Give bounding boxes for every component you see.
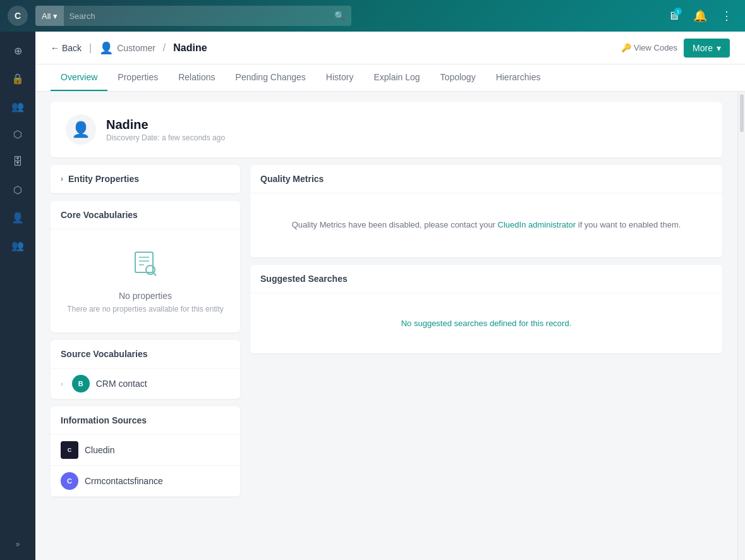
view-codes-button[interactable]: 🔑 View Codes — [621, 43, 677, 52]
app-body: ⊕ 🔒 👥 ⬡ 🗄 ⬡ 👤 👥 » ← Back | — [0, 32, 745, 560]
source-vocabularies-panel: Source Vocabularies › B CRM contact — [51, 340, 240, 399]
no-properties-desc: There are no properties available for th… — [67, 305, 223, 313]
core-vocabularies-header: Core Vocabularies — [51, 201, 240, 229]
entity-properties-chevron[interactable]: › — [61, 174, 63, 183]
sidebar-item-diagram[interactable]: ⬡ — [5, 121, 30, 147]
person-icon: 👤 — [99, 41, 113, 55]
sidebar-item-team[interactable]: 👥 — [5, 233, 30, 258]
sidebar-item-home[interactable]: ⊕ — [5, 38, 30, 63]
key-icon: 🔑 — [621, 43, 631, 52]
page-body: 👤 Nadine Discovery Date: a few seconds a… — [35, 92, 737, 560]
page-title: Nadine — [173, 42, 207, 54]
search-filter-label: All — [42, 11, 51, 21]
search-filter-chevron: ▾ — [53, 11, 58, 21]
top-navbar: C All ▾ 🔍 🖥 1 🔔 ⋮ — [0, 0, 745, 32]
info-source-cluedin-label: Cluedin — [85, 445, 114, 455]
home-icon: ⊕ — [14, 45, 22, 57]
navbar-right: 🖥 1 🔔 ⋮ — [663, 5, 737, 27]
quality-metrics-message: Quality Metrics have been disabled, plea… — [250, 193, 722, 257]
monitor-button[interactable]: 🖥 1 — [663, 5, 684, 27]
scrollbar-track[interactable] — [737, 92, 745, 560]
tab-pending-changes[interactable]: Pending Changes — [226, 64, 316, 91]
information-sources-header: Information Sources — [51, 406, 240, 435]
entity-properties-panel: › Entity Properties — [51, 165, 240, 193]
header-right: 🔑 View Codes More ▾ — [621, 39, 730, 58]
entity-properties-header: › Entity Properties — [51, 165, 240, 193]
sidebar-bottom: » — [11, 535, 25, 554]
right-col: Quality Metrics Quality Metrics have bee… — [250, 165, 722, 353]
diagram-icon: ⬡ — [13, 128, 22, 140]
search-filter-dropdown[interactable]: All ▾ — [35, 6, 64, 26]
back-button[interactable]: ← Back — [51, 43, 82, 53]
sidebar-expand-button[interactable]: » — [11, 535, 25, 554]
quality-metrics-header: Quality Metrics — [250, 165, 722, 193]
suggested-searches-header: Suggested Searches — [250, 265, 722, 293]
info-source-cluedin: C Cluedin — [51, 435, 240, 466]
users-icon: 👥 — [11, 100, 24, 113]
left-col: › Entity Properties Core Vocabularies — [51, 165, 240, 497]
core-vocabularies-panel: Core Vocabularies — [51, 201, 240, 332]
info-source-crm-label: Crmcontactsfinance — [85, 476, 163, 486]
graph-icon: ⬡ — [13, 184, 22, 196]
tab-history[interactable]: History — [316, 64, 364, 91]
quality-admin-link[interactable]: CluedIn administrator — [498, 220, 576, 229]
no-properties-title: No properties — [119, 291, 172, 301]
avatar-icon: 👤 — [71, 121, 90, 138]
vocab-item-label: CRM contact — [96, 379, 147, 389]
tab-topology[interactable]: Topology — [430, 64, 486, 91]
more-menu-button[interactable]: ⋮ — [716, 5, 737, 27]
team-icon: 👥 — [11, 240, 24, 252]
search-button[interactable]: 🔍 — [328, 11, 351, 21]
breadcrumb-link[interactable]: 👤 Customer — [99, 41, 155, 55]
more-button[interactable]: More ▾ — [684, 39, 730, 58]
sidebar-item-graph[interactable]: ⬡ — [5, 177, 30, 202]
quality-metrics-title: Quality Metrics — [260, 174, 324, 184]
cluedin-icon: C — [61, 441, 78, 459]
vocab-item-chevron: › — [61, 380, 63, 387]
suggested-searches-message: No suggested searches defined for this r… — [250, 293, 722, 353]
quality-metrics-panel: Quality Metrics Quality Metrics have bee… — [250, 165, 722, 257]
monitor-badge: 1 — [674, 8, 682, 15]
chevron-down-icon: ▾ — [717, 43, 721, 53]
breadcrumb-separator: | — [89, 42, 92, 54]
vocab-icon: B — [72, 375, 90, 393]
source-vocabularies-header: Source Vocabularies — [51, 340, 240, 368]
sidebar-item-lock[interactable]: 🔒 — [5, 66, 30, 91]
tab-explain-log[interactable]: Explain Log — [363, 64, 430, 91]
information-sources-title: Information Sources — [61, 415, 147, 425]
sidebar-item-data[interactable]: 🗄 — [5, 149, 30, 174]
sidebar-item-users[interactable]: 👥 — [5, 94, 30, 119]
scrollbar-thumb[interactable] — [740, 94, 744, 132]
crm-icon: C — [61, 472, 78, 490]
main-content: ← Back | 👤 Customer / Nadine 🔑 View Code… — [35, 32, 745, 560]
no-properties-state: No properties There are no properties av… — [51, 229, 240, 332]
two-col-layout: › Entity Properties Core Vocabularies — [51, 165, 722, 497]
information-sources-panel: Information Sources C Cluedin C — [51, 406, 240, 497]
more-dots-icon: ⋮ — [721, 9, 732, 23]
tab-hierarchies[interactable]: Hierarchies — [486, 64, 551, 91]
entity-info: Nadine Discovery Date: a few seconds ago — [106, 118, 225, 142]
sidebar-item-user[interactable]: 👤 — [5, 205, 30, 230]
svg-line-5 — [154, 273, 156, 276]
entity-name: Nadine — [106, 118, 225, 132]
data-icon: 🗄 — [13, 156, 23, 167]
entity-meta: Discovery Date: a few seconds ago — [106, 133, 225, 142]
tabs-bar: Overview Properties Relations Pending Ch… — [35, 64, 745, 92]
source-vocabularies-title: Source Vocabularies — [61, 349, 147, 359]
tab-relations[interactable]: Relations — [168, 64, 225, 91]
search-bar: All ▾ 🔍 — [35, 6, 351, 26]
info-source-crm: C Crmcontactsfinance — [51, 466, 240, 497]
vocab-item-crm[interactable]: › B CRM contact — [51, 368, 240, 399]
content-header: ← Back | 👤 Customer / Nadine 🔑 View Code… — [35, 32, 745, 64]
bell-button[interactable]: 🔔 — [689, 5, 711, 27]
user-icon: 👤 — [11, 212, 24, 224]
tab-overview[interactable]: Overview — [51, 64, 107, 91]
tab-properties[interactable]: Properties — [107, 64, 168, 91]
app-logo: C — [8, 6, 28, 26]
svg-rect-0 — [135, 252, 153, 272]
entity-avatar: 👤 — [66, 114, 96, 145]
search-input[interactable] — [64, 11, 328, 21]
entity-card: 👤 Nadine Discovery Date: a few seconds a… — [51, 102, 722, 157]
page-body-wrapper: 👤 Nadine Discovery Date: a few seconds a… — [35, 92, 745, 560]
suggested-searches-title: Suggested Searches — [260, 274, 348, 284]
